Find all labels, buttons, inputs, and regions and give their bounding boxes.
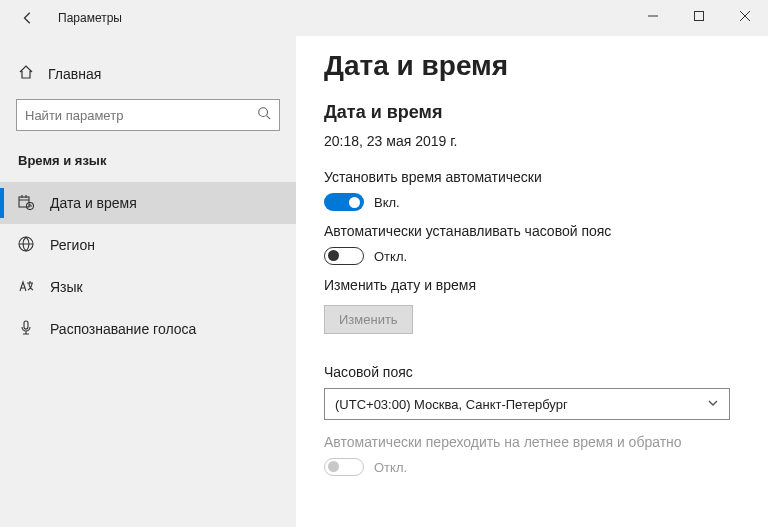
timezone-value: (UTC+03:00) Москва, Санкт-Петербург (335, 397, 568, 412)
language-icon (18, 278, 34, 297)
maximize-button[interactable] (676, 0, 722, 32)
nav-item-label: Дата и время (50, 195, 137, 211)
titlebar: Параметры (0, 0, 768, 36)
nav-date-time[interactable]: Дата и время (0, 182, 296, 224)
globe-icon (18, 236, 34, 255)
svg-rect-5 (24, 321, 28, 329)
search-icon (257, 106, 271, 124)
search-box[interactable] (16, 99, 280, 131)
change-dt-label: Изменить дату и время (324, 277, 740, 293)
svg-point-1 (259, 108, 268, 117)
auto-time-label: Установить время автоматически (324, 169, 740, 185)
back-button[interactable] (14, 4, 42, 32)
auto-tz-toggle[interactable] (324, 247, 364, 265)
dst-state: Откл. (374, 460, 407, 475)
window-controls (630, 0, 768, 32)
nav-home-label: Главная (48, 66, 101, 82)
dst-label: Автоматически переходить на летнее время… (324, 434, 740, 450)
svg-rect-2 (19, 197, 29, 207)
minimize-button[interactable] (630, 0, 676, 32)
auto-tz-label: Автоматически устанавливать часовой пояс (324, 223, 740, 239)
calendar-clock-icon (18, 194, 34, 213)
close-button[interactable] (722, 0, 768, 32)
nav-item-label: Регион (50, 237, 95, 253)
nav-region[interactable]: Регион (0, 224, 296, 266)
nav-home[interactable]: Главная (0, 56, 296, 99)
sidebar: Главная Время и язык Дата и время Регион… (0, 36, 296, 527)
microphone-icon (18, 320, 34, 339)
search-input[interactable] (25, 108, 257, 123)
auto-time-state: Вкл. (374, 195, 400, 210)
category-label: Время и язык (0, 153, 296, 182)
nav-item-label: Распознавание голоса (50, 321, 196, 337)
nav-speech[interactable]: Распознавание голоса (0, 308, 296, 350)
svg-rect-0 (695, 12, 704, 21)
auto-tz-state: Откл. (374, 249, 407, 264)
nav-item-label: Язык (50, 279, 83, 295)
window-title: Параметры (58, 11, 122, 25)
chevron-down-icon (707, 397, 719, 412)
dst-toggle (324, 458, 364, 476)
auto-time-toggle[interactable] (324, 193, 364, 211)
current-datetime: 20:18, 23 мая 2019 г. (324, 133, 740, 149)
nav-language[interactable]: Язык (0, 266, 296, 308)
change-dt-button: Изменить (324, 305, 413, 334)
section-title: Дата и время (324, 102, 740, 123)
timezone-dropdown[interactable]: (UTC+03:00) Москва, Санкт-Петербург (324, 388, 730, 420)
page-title: Дата и время (324, 50, 740, 82)
home-icon (18, 64, 34, 83)
content: Дата и время Дата и время 20:18, 23 мая … (296, 36, 768, 527)
timezone-label: Часовой пояс (324, 364, 740, 380)
